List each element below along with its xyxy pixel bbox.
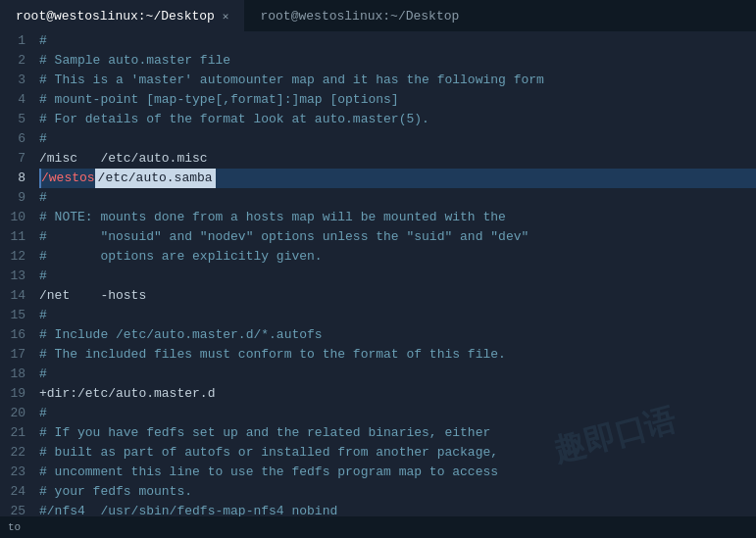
line-8: /westos /etc/auto.samba: [39, 169, 756, 188]
ln-4: 4: [4, 90, 25, 110]
line-15: #: [39, 306, 756, 325]
code-area[interactable]: # # Sample auto.master file # This is a …: [31, 31, 756, 516]
line-20: #: [39, 404, 756, 423]
ln-1: 1: [4, 31, 25, 51]
ln-21: 21: [4, 423, 25, 443]
tab-2-label: root@westoslinux:~/Desktop: [260, 9, 459, 24]
line-9: #: [39, 188, 756, 208]
line-1: #: [39, 31, 756, 51]
tab-1-close[interactable]: ✕: [223, 10, 229, 23]
line-12: # options are explicitly given.: [39, 247, 756, 267]
line-11: # "nosuid" and "nodev" options unless th…: [39, 227, 756, 247]
ln-10: 10: [4, 208, 25, 227]
ln-7: 7: [4, 149, 25, 169]
line-2: # Sample auto.master file: [39, 51, 756, 71]
ln-11: 11: [4, 227, 25, 247]
tab-bar: root@westoslinux:~/Desktop ✕ root@westos…: [0, 0, 756, 31]
bottom-bar: to: [0, 516, 756, 538]
ln-3: 3: [4, 71, 25, 90]
line-24: # your fedfs mounts.: [39, 482, 756, 502]
ln-19: 19: [4, 384, 25, 404]
line-4: # mount-point [map-type[,format]:]map [o…: [39, 90, 756, 110]
ln-23: 23: [4, 463, 25, 482]
content-area: 1 2 3 4 5 6 7 8 9 10 11 12 13 14 15 16 1…: [0, 31, 756, 516]
line-18: #: [39, 365, 756, 384]
ln-9: 9: [4, 188, 25, 208]
tab-1-label: root@westoslinux:~/Desktop: [16, 9, 215, 24]
ln-20: 20: [4, 404, 25, 423]
ln-17: 17: [4, 345, 25, 365]
line-21: # If you have fedfs set up and the relat…: [39, 423, 756, 443]
line-3: # This is a 'master' automounter map and…: [39, 71, 756, 90]
ln-5: 5: [4, 110, 25, 129]
ln-8: 8: [4, 169, 25, 188]
ln-16: 16: [4, 325, 25, 345]
terminal-window: root@westoslinux:~/Desktop ✕ root@westos…: [0, 0, 756, 538]
ln-14: 14: [4, 286, 25, 306]
line-numbers: 1 2 3 4 5 6 7 8 9 10 11 12 13 14 15 16 1…: [0, 31, 31, 516]
status-to: to: [8, 521, 21, 533]
ln-22: 22: [4, 443, 25, 463]
line-5: # For details of the format look at auto…: [39, 110, 756, 129]
ln-6: 6: [4, 129, 25, 149]
ln-2: 2: [4, 51, 25, 71]
ln-24: 24: [4, 482, 25, 502]
tab-2[interactable]: root@westoslinux:~/Desktop: [244, 0, 475, 31]
line-13: #: [39, 267, 756, 286]
ln-13: 13: [4, 267, 25, 286]
line-7: /misc /etc/auto.misc: [39, 149, 756, 169]
line-22: # built as part of autofs or installed f…: [39, 443, 756, 463]
line-23: # uncomment this line to use the fedfs p…: [39, 463, 756, 482]
tab-1[interactable]: root@westoslinux:~/Desktop ✕: [0, 0, 244, 31]
ln-12: 12: [4, 247, 25, 267]
line-6: #: [39, 129, 756, 149]
line-19: +dir:/etc/auto.master.d: [39, 384, 756, 404]
line-10: # NOTE: mounts done from a hosts map wil…: [39, 208, 756, 227]
ln-25: 25: [4, 502, 25, 516]
line-25: #/nfs4 /usr/sbin/fedfs-map-nfs4 nobind: [39, 502, 756, 516]
ln-18: 18: [4, 365, 25, 384]
line-14: /net -hosts: [39, 286, 756, 306]
ln-15: 15: [4, 306, 25, 325]
line-17: # The included files must conform to the…: [39, 345, 756, 365]
line-16: # Include /etc/auto.master.d/*.autofs: [39, 325, 756, 345]
